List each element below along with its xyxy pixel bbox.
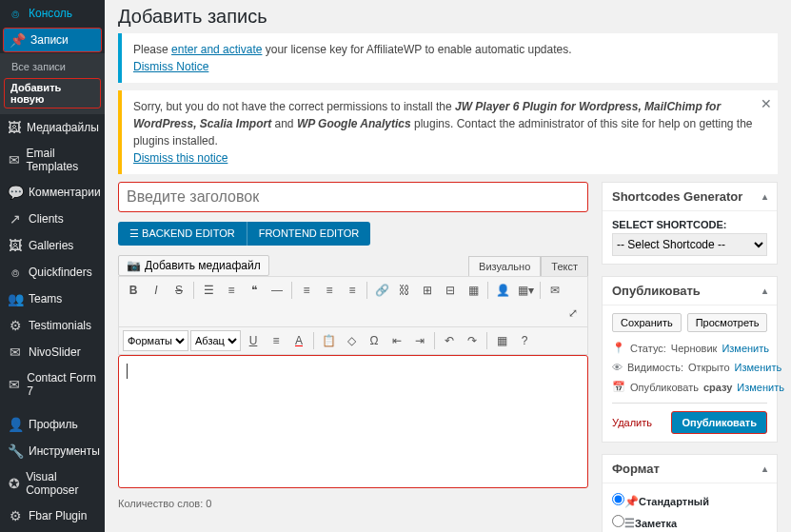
- sidebar-icon: ✉: [8, 152, 21, 167]
- save-draft-button[interactable]: Сохранить: [612, 313, 682, 332]
- sidebar-label: Visual Composer: [26, 470, 97, 497]
- outdent-icon[interactable]: ⇤: [386, 330, 407, 351]
- activate-link[interactable]: enter and activate: [171, 43, 262, 56]
- paste-text-icon[interactable]: 📋: [318, 330, 339, 351]
- delete-link[interactable]: Удалить: [612, 417, 652, 428]
- text-color-icon[interactable]: A: [288, 330, 309, 351]
- dismiss-link[interactable]: Dismiss Notice: [133, 60, 208, 73]
- hr-icon[interactable]: —: [267, 280, 287, 301]
- edit-schedule-link[interactable]: Изменить: [737, 382, 784, 393]
- visibility-label: Видимость:: [627, 362, 683, 373]
- main-content: Добавить запись Please enter and activat…: [105, 0, 791, 532]
- visual-tab[interactable]: Визуально: [468, 256, 541, 276]
- post-title-input[interactable]: [118, 182, 588, 212]
- clear-icon[interactable]: ◇: [341, 330, 362, 351]
- sidebar-item-6[interactable]: 🖼Galleries: [0, 232, 105, 259]
- sidebar-item-5[interactable]: ↗Clients: [0, 206, 105, 232]
- shortcode-label: SELECT SHORTCODE:: [612, 219, 767, 230]
- bullet-list-icon[interactable]: ☰: [198, 280, 219, 301]
- pin-icon: 📍: [612, 342, 625, 354]
- align-center-icon[interactable]: ≡: [319, 280, 340, 301]
- underline-icon[interactable]: U: [243, 330, 264, 351]
- help-icon[interactable]: ?: [514, 330, 535, 351]
- dismiss-link[interactable]: Dismiss this notice: [133, 151, 227, 165]
- fullscreen-icon[interactable]: ⤢: [563, 303, 583, 324]
- sidebar-item-3[interactable]: ✉Email Templates: [0, 141, 105, 179]
- strike-icon[interactable]: S: [168, 280, 189, 301]
- sidebar-item-9[interactable]: ⚙Testimonials: [0, 312, 105, 339]
- number-list-icon[interactable]: ≡: [221, 280, 242, 301]
- align-left-icon[interactable]: ≡: [296, 280, 317, 301]
- sidebar-item-0[interactable]: ⌾Консоль: [0, 0, 105, 27]
- unlink-icon[interactable]: ⛓: [394, 280, 415, 301]
- redo-icon[interactable]: ↷: [462, 330, 483, 351]
- text-tab[interactable]: Текст: [541, 256, 588, 276]
- publish-button[interactable]: Опубликовать: [671, 411, 767, 434]
- chevron-up-icon: ▴: [762, 191, 767, 202]
- format-radio[interactable]: [612, 493, 624, 505]
- status-value: Черновик: [671, 343, 718, 354]
- metabox-heading[interactable]: Формат▴: [603, 455, 777, 483]
- shortcode-select[interactable]: -- Select Shortcode --: [612, 233, 767, 256]
- edit-visibility-link[interactable]: Изменить: [735, 362, 782, 373]
- sidebar-label: Email Templates: [27, 147, 97, 173]
- edit-status-link[interactable]: Изменить: [722, 343, 769, 354]
- sidebar-label: Fbar Plugin: [29, 509, 87, 522]
- affiliate-notice: Please enter and activate your license k…: [118, 33, 778, 83]
- metabox-heading[interactable]: Shortcodes Generator▴: [603, 183, 777, 211]
- align-right-icon[interactable]: ≡: [342, 280, 363, 301]
- table-icon[interactable]: ▦▾: [515, 280, 536, 301]
- bold-icon[interactable]: B: [123, 280, 144, 301]
- format-option-1[interactable]: ☰Заметка: [612, 513, 767, 532]
- special-char-icon[interactable]: Ω: [364, 330, 385, 351]
- sidebar-label: Медиафайлы: [27, 121, 99, 134]
- editor-toolbar-row2: Форматы Абзац U ≡ A 📋 ◇ Ω ⇤ ⇥ ↶ ↷ ▦: [118, 327, 588, 355]
- metabox-heading[interactable]: Опубликовать▴: [603, 277, 777, 305]
- paragraph-select[interactable]: Абзац: [190, 330, 241, 351]
- sidebar-label: Clients: [29, 212, 64, 226]
- sidebar-item-8[interactable]: 👥Teams: [0, 286, 105, 312]
- sidebar-item-13[interactable]: 🔧Инструменты: [0, 438, 105, 464]
- sidebar-item-14[interactable]: ✪Visual Composer: [0, 464, 105, 502]
- sidebar-label: Teams: [29, 292, 62, 305]
- sidebar-item-15[interactable]: ⚙Fbar Plugin: [0, 502, 105, 529]
- sidebar-item-10[interactable]: ✉NivoSlider: [0, 339, 105, 365]
- toolbar-toggle-icon[interactable]: ▦: [463, 280, 484, 301]
- submenu-item-0[interactable]: Все записи: [0, 57, 105, 76]
- quote-icon[interactable]: ❝: [244, 280, 265, 301]
- backend-editor-tab[interactable]: ☰ BACKEND EDITOR: [118, 222, 247, 246]
- shortcode-icon[interactable]: ▦: [491, 330, 512, 351]
- sidebar-item-2[interactable]: 🖼Медиафайлы: [0, 114, 105, 141]
- content-editor[interactable]: [118, 355, 588, 488]
- link-icon[interactable]: 🔗: [371, 280, 392, 301]
- more-icon[interactable]: ⊞: [417, 280, 438, 301]
- sidebar-item-11[interactable]: ✉Contact Form 7: [0, 365, 105, 404]
- indent-icon[interactable]: ⇥: [409, 330, 430, 351]
- format-option-0[interactable]: 📌Стандартный: [612, 491, 767, 510]
- sidebar-icon: 🖼: [8, 120, 21, 135]
- formats-select[interactable]: Форматы: [123, 330, 188, 351]
- sidebar-item-7[interactable]: ⌾Quickfinders: [0, 259, 105, 286]
- sidebar-item-4[interactable]: 💬Комментарии: [0, 179, 105, 206]
- format-radio[interactable]: [612, 515, 624, 527]
- sidebar-item-12[interactable]: 👤Профиль: [0, 411, 105, 438]
- submenu-item-1[interactable]: Добавить новую: [4, 78, 101, 108]
- envelope-icon[interactable]: ✉: [544, 280, 565, 301]
- sidebar-item-1[interactable]: 📌Записи: [3, 28, 102, 52]
- add-media-button[interactable]: 📷Добавить медиафайл: [118, 255, 269, 276]
- status-label: Статус:: [630, 343, 666, 354]
- notice-text: Please: [133, 43, 171, 56]
- composer-switch: ☰ BACKEND EDITOR FRONTEND EDITOR: [118, 222, 370, 246]
- more-icon2[interactable]: ⊟: [440, 280, 461, 301]
- frontend-editor-tab[interactable]: FRONTEND EDITOR: [247, 222, 371, 246]
- user-icon[interactable]: 👤: [492, 280, 513, 301]
- preview-button[interactable]: Просмотреть: [687, 313, 768, 332]
- format-label: Заметка: [635, 518, 677, 529]
- italic-icon[interactable]: I: [146, 280, 167, 301]
- close-icon[interactable]: ✕: [761, 94, 772, 114]
- sidebar-label: Комментарии: [29, 186, 101, 199]
- notice-text: your license key for AffiliateWP to enab…: [262, 43, 571, 56]
- sidebar-label: Quickfinders: [29, 266, 92, 279]
- undo-icon[interactable]: ↶: [439, 330, 460, 351]
- justify-icon[interactable]: ≡: [266, 330, 287, 351]
